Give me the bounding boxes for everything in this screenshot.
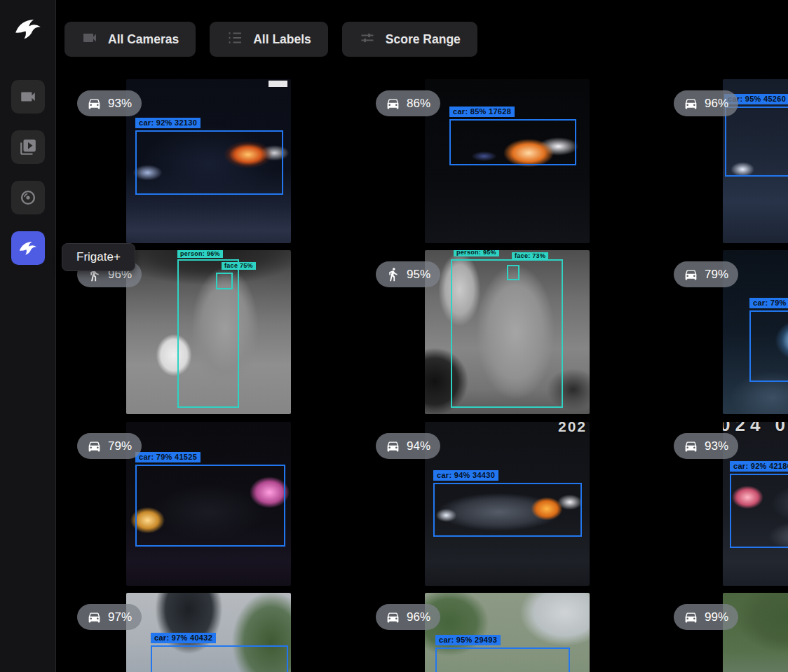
- car-icon: [87, 610, 102, 624]
- score-badge-value: 93%: [108, 97, 132, 111]
- detection-box: [730, 474, 788, 548]
- all-labels-filter-button[interactable]: All Labels: [210, 22, 328, 57]
- detection-label: person: 96%: [177, 250, 223, 258]
- car-icon: [684, 610, 698, 624]
- score-range-icon: [359, 29, 376, 46]
- score-badge: 95%: [376, 261, 440, 287]
- sidebar-item-live[interactable]: [11, 80, 45, 114]
- score-badge: 93%: [674, 433, 738, 459]
- score-badge: 96%: [674, 90, 738, 116]
- sidebar-item-review[interactable]: [11, 130, 45, 164]
- detection-label: car: 79% 41525: [135, 452, 201, 462]
- detection-thumbnail[interactable]: car: 94% 34430202: [425, 422, 590, 586]
- score-badge: 97%: [77, 604, 142, 630]
- score-badge: 99%: [674, 604, 738, 630]
- detection-box: [151, 645, 288, 672]
- detection-thumbnail[interactable]: car: 92% 32130: [126, 79, 291, 243]
- car-icon: [87, 96, 102, 111]
- all-labels-filter-label: All Labels: [253, 32, 311, 47]
- sidebar-item-export[interactable]: [11, 181, 45, 214]
- car-icon: [87, 439, 102, 453]
- detection-box: [135, 465, 285, 547]
- sidebar-nav: [11, 80, 45, 265]
- detection-thumbnail[interactable]: car: 97% 40432: [126, 593, 291, 672]
- score-badge: 96%: [376, 604, 440, 630]
- review-icon: [19, 138, 37, 156]
- filter-toolbar: All Cameras All Labels Score Range: [64, 22, 477, 57]
- detection-label: car: 85% 17628: [449, 107, 515, 117]
- score-badge-value: 79%: [705, 268, 728, 282]
- all-cameras-filter-label: All Cameras: [108, 32, 179, 47]
- frigate-plus-tooltip: Frigate+: [62, 243, 135, 271]
- score-badge: 94%: [376, 433, 440, 459]
- detection-thumbnail[interactable]: car: 95% 29493: [425, 593, 590, 672]
- frigate-logo: [12, 14, 44, 43]
- score-badge-value: 95%: [407, 268, 430, 282]
- car-icon: [386, 610, 400, 624]
- score-badge: 79%: [674, 261, 738, 287]
- sidebar: [0, 0, 56, 672]
- detection-grid: car: 92% 3213093%car: 85% 1762886%car: 9…: [0, 0, 788, 672]
- detection-box: [451, 259, 563, 408]
- detection-box: [749, 310, 788, 382]
- score-badge-value: 96%: [407, 610, 430, 624]
- detection-label: person: 95%: [454, 250, 499, 256]
- detection-thumbnail[interactable]: person: 95%face: 73%: [425, 250, 590, 414]
- face-label: face 75%: [222, 262, 256, 270]
- detection-label: car: 92% 32130: [135, 118, 201, 128]
- sidebar-item-frigate-plus[interactable]: [11, 231, 45, 265]
- car-icon: [386, 96, 400, 111]
- detection-box: [449, 119, 576, 165]
- camera-icon: [19, 88, 37, 106]
- export-icon: [19, 188, 37, 207]
- score-badge-value: 94%: [407, 439, 430, 453]
- car-icon: [684, 267, 698, 282]
- detection-label: car: 95% 29493: [435, 635, 501, 645]
- car-icon: [386, 439, 400, 453]
- score-badge: 79%: [77, 433, 142, 459]
- detection-label: car: 94% 34430: [433, 470, 498, 481]
- camera-timestamp-overlay: 202: [558, 422, 587, 435]
- camera-timestamp-overlay: 024 03: [723, 422, 788, 436]
- detection-box: [435, 647, 570, 672]
- detection-box: [135, 130, 283, 195]
- detection-thumbnail[interactable]: car: 85% 17628: [425, 79, 590, 243]
- person-icon: [386, 267, 400, 282]
- face-box: [216, 273, 233, 289]
- score-badge-value: 99%: [705, 610, 728, 624]
- score-badge: 86%: [376, 90, 440, 116]
- frigate-bird-logo: [13, 15, 43, 43]
- score-badge-value: 86%: [407, 97, 430, 111]
- face-box: [507, 265, 519, 280]
- frigate-plus-icon: [18, 238, 39, 258]
- cameras-filter-icon: [81, 29, 98, 46]
- score-badge-value: 93%: [705, 439, 728, 453]
- detection-thumbnail[interactable]: car: 99% 25: [723, 593, 788, 672]
- detection-label: car: 97% 40432: [151, 633, 216, 643]
- car-icon: [684, 96, 698, 111]
- car-icon: [684, 439, 698, 453]
- detection-box: [725, 107, 788, 177]
- detection-box: [433, 483, 582, 537]
- score-badge: 93%: [77, 90, 142, 116]
- detection-thumbnail[interactable]: person: 96%face 75%: [126, 250, 291, 414]
- score-badge-value: 79%: [108, 439, 132, 453]
- detection-label: car: 92% 42186: [730, 461, 788, 472]
- labels-filter-icon: [226, 29, 243, 46]
- score-range-filter-label: Score Range: [386, 32, 461, 47]
- all-cameras-filter-button[interactable]: All Cameras: [64, 22, 196, 57]
- score-badge-value: 97%: [108, 610, 132, 624]
- face-label: face: 73%: [512, 252, 548, 260]
- score-range-filter-button[interactable]: Score Range: [342, 22, 477, 57]
- detection-label: car: 79%: [749, 298, 788, 308]
- score-badge-value: 96%: [705, 97, 728, 111]
- detection-thumbnail[interactable]: car: 79% 41525: [126, 422, 291, 586]
